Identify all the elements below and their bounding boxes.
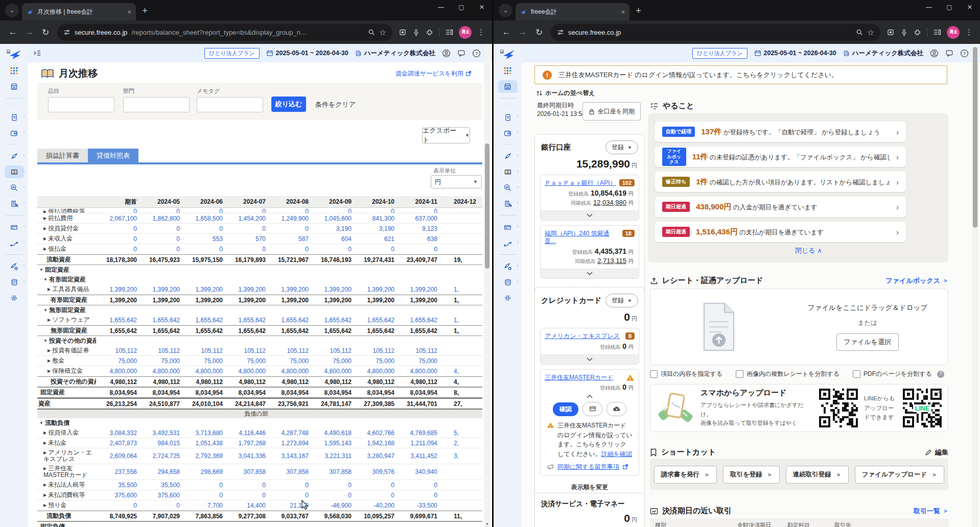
reload-button[interactable]: ↻ <box>531 27 547 38</box>
bs-table-row[interactable]: ▶三井住友MASTERカード237,556294,658298,669307,8… <box>37 464 482 480</box>
browser-tab[interactable]: freee会計 × <box>516 3 629 20</box>
microphone-icon[interactable] <box>900 29 908 36</box>
section-filter-input[interactable] <box>123 97 190 112</box>
bank-account-link[interactable]: ＰａｙＰａｙ銀行（API） <box>545 179 617 187</box>
todo-item[interactable]: 期日超過438,900円 の入金が期日を過ぎています› <box>655 197 906 217</box>
credit-account-link[interactable]: 三井住友MASTERカード <box>545 374 623 382</box>
bs-table-row[interactable]: ▶工具器具備品1,399,2001,399,2001,399,2001,399,… <box>37 284 482 295</box>
bs-table-row[interactable]: ▶役員借入金3,084,3323,492,5313,713,6804,116,4… <box>37 428 482 438</box>
filebox-link[interactable]: ファイルボックス＞ <box>886 276 948 285</box>
bs-table-row[interactable]: ▶預り金007,70014,40021,100-46,900-40,200-33… <box>37 500 482 511</box>
collections-icon[interactable] <box>886 28 895 36</box>
fiscal-period[interactable]: 2025-05-01 ~ 2026-04-30 <box>266 50 348 57</box>
minimize-button[interactable]: — <box>431 0 451 14</box>
credit-register-button[interactable]: 登録▼ <box>605 294 638 307</box>
bs-table-row[interactable]: ▶未収入金00553570587604621638 <box>37 234 482 244</box>
sidebar-item-store[interactable] <box>498 80 518 93</box>
bs-table-row[interactable]: ▶投資有価証券105,112105,112105,112105,112105,1… <box>37 346 482 356</box>
company-selector[interactable]: ハーメティック株式会社 <box>843 49 923 58</box>
sync-notes-link[interactable]: 同期に関する留意事項 <box>557 463 619 471</box>
page-scrollbar[interactable]: ▼ <box>484 44 491 527</box>
sidebar-item-route[interactable]: › <box>498 236 518 249</box>
todo-item[interactable]: ファイルボックス11件 の未登録の証憑があります。「ファイルボックス」 から確認… <box>655 147 906 167</box>
sidebar-item-building[interactable]: › <box>498 197 518 210</box>
sidebar-item-wallet[interactable]: › <box>498 127 518 139</box>
display-unit-select[interactable]: 円▼ <box>431 175 482 188</box>
shortcut-button[interactable]: 取引を登録＞ <box>723 466 780 484</box>
chrome-menu-icon[interactable]: ⋮ <box>965 28 973 37</box>
page-scrollbar[interactable] <box>972 44 978 527</box>
memo-tag-filter-input[interactable] <box>197 97 263 112</box>
profile-avatar[interactable]: 勇太 <box>459 26 472 39</box>
site-settings-icon[interactable] <box>557 29 564 36</box>
sidebar-item-zoomchart[interactable]: › <box>5 181 24 194</box>
financing-service-link[interactable]: 資金調達サービスを利用 <box>395 69 472 78</box>
sidebar-item-zoomchart[interactable]: › <box>498 181 518 194</box>
company-selector[interactable]: ハーメティック株式会社 <box>355 49 435 58</box>
scroll-down-arrow[interactable]: ▼ <box>484 522 491 526</box>
shortcut-button[interactable]: 連続取引登録＞ <box>786 466 849 484</box>
todo-item[interactable]: 自動で経理137件 が登録待ちです。「自動で経理」 から登録しましょう› <box>655 122 906 142</box>
extensions-icon[interactable] <box>914 29 921 36</box>
upload-option-checkbox[interactable]: 画像内の複数レシートを分割する <box>736 370 839 378</box>
bs-table-row[interactable]: ▶アメリカン・エキスプレス2,609,0642,724,7252,792,369… <box>37 448 482 464</box>
bs-table-row[interactable]: ▶前払費用2,067,1001,862,8001,658,5001,454,20… <box>37 213 482 224</box>
upload-option-checkbox[interactable]: PDFのページを分割する? <box>853 370 944 378</box>
bank-register-button[interactable]: 登録▼ <box>605 140 638 154</box>
home-sort-link[interactable]: ホームの並べ替え <box>536 89 595 98</box>
bs-table-row[interactable]: ▶未払金2,407,873984,0151,051,4381,797,2681,… <box>37 438 482 448</box>
todo-item[interactable]: 期日超過1,516,436円 の支払が期日を過ぎています› <box>655 222 906 242</box>
minimize-button[interactable]: — <box>919 0 939 14</box>
sidebar-item-book[interactable]: › <box>498 165 518 178</box>
freee-logo[interactable] <box>6 48 23 61</box>
forward-button[interactable]: → <box>515 27 530 37</box>
bookmark-star-icon[interactable]: ☆ <box>379 28 386 37</box>
todo-close-link[interactable]: 閉じる ∧ <box>795 246 822 255</box>
expand-account-button[interactable] <box>541 210 639 220</box>
sidebar-item-apps[interactable] <box>5 64 24 77</box>
tab-close-icon[interactable]: × <box>127 8 131 16</box>
plan-badge[interactable]: ひとり法人プラン <box>204 48 260 59</box>
upload-option-checkbox[interactable]: 項目の内容を指定する <box>650 370 722 378</box>
bs-table-row[interactable]: ▶役員貸付金000003,1903,1909,123 <box>37 224 482 234</box>
address-bar[interactable]: secure.freee.co.jp/reports/balance_sheet… <box>57 24 392 41</box>
bs-table-row[interactable]: ▶仮払金00000000 <box>37 244 482 254</box>
edit-shortcuts-link[interactable]: 編集 <box>925 448 948 457</box>
search-icon[interactable] <box>856 29 863 36</box>
sidebar-item-store[interactable] <box>5 80 24 93</box>
maximize-button[interactable]: ▢ <box>939 0 960 14</box>
cloud-upload-button[interactable] <box>606 402 626 416</box>
tab-profit-loss[interactable]: 損益計算書 <box>37 149 88 162</box>
chat-icon[interactable] <box>457 49 465 57</box>
bs-table-row[interactable]: ▶敷金75,00075,00075,00075,00075,00075,0007… <box>37 356 482 366</box>
sidebar-item-db[interactable]: › <box>498 276 518 289</box>
close-button[interactable]: ✕ <box>960 0 980 14</box>
sidebar-item-building[interactable]: › <box>5 197 24 210</box>
bookmark-star-icon[interactable]: ☆ <box>867 28 874 37</box>
new-tab-button[interactable]: + <box>636 5 641 16</box>
bs-table-row[interactable]: ▶未払法人税等35,50035,500000000 <box>37 480 482 490</box>
collections-icon[interactable] <box>399 28 407 36</box>
sidebar-item-book[interactable]: › <box>5 165 24 178</box>
transactions-list-link[interactable]: 取引一覧＞ <box>914 507 948 516</box>
bank-account-link[interactable]: 福岡（API）240 筑紫通 普... <box>545 230 620 246</box>
back-button[interactable]: ← <box>499 27 514 37</box>
account-icon[interactable] <box>930 49 939 58</box>
chat-icon[interactable] <box>945 49 953 57</box>
sidebar-item-quill[interactable]: › <box>5 150 24 162</box>
file-dropzone[interactable]: ファイルをここにドラッグ＆ドロップ または ファイルを選択 <box>650 289 948 365</box>
address-bar[interactable]: secure.freee.co.jp ☆ <box>551 24 880 41</box>
expand-account-button[interactable] <box>541 269 639 278</box>
maximize-button[interactable]: ▢ <box>451 0 472 14</box>
help-badge-icon[interactable]: ? <box>937 371 944 378</box>
plan-badge[interactable]: ひとり法人プラン <box>692 48 748 59</box>
sidebar-item-route[interactable]: › <box>5 236 24 249</box>
web-sync-button[interactable] <box>582 402 602 416</box>
tab-close-icon[interactable]: × <box>621 8 625 16</box>
shortcut-button[interactable]: ファイルアップロード＞ <box>855 466 945 484</box>
clear-filter-link[interactable]: 条件をクリア <box>315 100 356 109</box>
new-tab-button[interactable]: + <box>142 5 148 16</box>
site-settings-icon[interactable] <box>63 29 71 36</box>
sidebar-item-doc[interactable]: › <box>5 111 24 124</box>
bs-table-row[interactable]: ▶仮払消費税等00000000 <box>37 208 482 213</box>
